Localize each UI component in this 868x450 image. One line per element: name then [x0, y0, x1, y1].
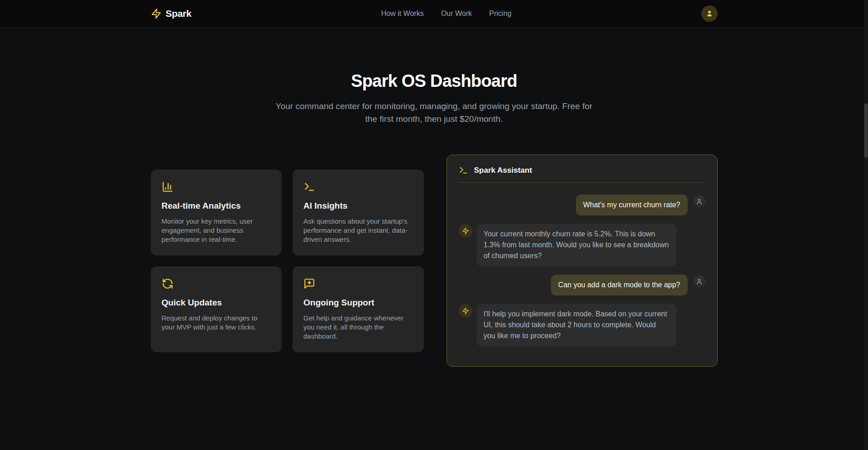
user-message-row: What's my current churn rate? — [459, 195, 705, 215]
assistant-message-bubble: Your current monthly churn rate is 5.2%.… — [476, 224, 676, 266]
assistant-message-row: I'll help you implement dark mode. Based… — [459, 304, 705, 346]
feature-title: Ongoing Support — [303, 298, 413, 308]
bar-chart-icon — [162, 181, 271, 193]
spark-avatar — [459, 224, 472, 238]
user-icon — [705, 10, 714, 18]
message-plus-icon — [303, 278, 413, 290]
terminal-icon — [459, 165, 468, 175]
main-nav: How it Works Our Work Pricing — [381, 10, 511, 18]
page-title: Spark OS Dashboard — [0, 71, 868, 91]
hero-section: Spark OS Dashboard Your command center f… — [0, 28, 868, 125]
feature-description: Monitor your key metrics, user engagemen… — [162, 217, 271, 244]
feature-title: Real-time Analytics — [162, 201, 271, 211]
refresh-icon — [162, 278, 271, 290]
terminal-icon — [303, 181, 413, 193]
message-list: What's my current churn rate? Your curre… — [459, 183, 705, 346]
assistant-message-bubble: I'll help you implement dark mode. Based… — [476, 304, 676, 346]
scrollbar-thumb[interactable] — [864, 103, 868, 158]
scrollbar-track — [864, 0, 868, 450]
user-message-row: Can you add a dark mode to the app? — [459, 275, 705, 295]
feature-card-ongoing-support: Ongoing Support Get help and guidance wh… — [293, 266, 424, 352]
feature-description: Get help and guidance whenever you need … — [303, 314, 413, 341]
main-content: Real-time Analytics Monitor your key met… — [151, 155, 718, 367]
user-avatar — [694, 195, 705, 207]
user-avatar — [694, 275, 705, 287]
user-message-bubble: What's my current churn rate? — [576, 195, 688, 215]
feature-description: Ask questions about your startup's perfo… — [303, 217, 413, 244]
feature-card-quick-updates: Quick Updates Request and deploy changes… — [151, 266, 282, 352]
user-avatar-button[interactable] — [701, 5, 718, 22]
nav-link-how-it-works[interactable]: How it Works — [381, 10, 424, 18]
nav-link-our-work[interactable]: Our Work — [441, 10, 472, 18]
page-subtitle: Your command center for monitoring, mana… — [275, 100, 593, 125]
assistant-title: Spark Assistant — [474, 166, 532, 175]
spark-assistant-panel: Spark Assistant What's my current churn … — [446, 155, 718, 367]
nav-link-pricing[interactable]: Pricing — [489, 10, 511, 18]
assistant-message-row: Your current monthly churn rate is 5.2%.… — [459, 224, 705, 266]
user-message-bubble: Can you add a dark mode to the app? — [551, 275, 688, 295]
feature-description: Request and deploy changes to your MVP w… — [162, 314, 271, 332]
feature-card-realtime-analytics: Real-time Analytics Monitor your key met… — [151, 170, 282, 255]
feature-title: Quick Updates — [162, 298, 271, 308]
assistant-header: Spark Assistant — [459, 165, 705, 183]
feature-grid: Real-time Analytics Monitor your key met… — [151, 170, 424, 352]
feature-card-ai-insights: AI Insights Ask questions about your sta… — [293, 170, 424, 255]
zap-icon — [151, 8, 162, 19]
spark-avatar — [459, 304, 472, 318]
feature-title: AI Insights — [303, 201, 413, 211]
navbar-container: Spark How it Works Our Work Pricing — [144, 5, 725, 22]
brand-name: Spark — [166, 8, 192, 19]
top-navbar: Spark How it Works Our Work Pricing — [0, 0, 868, 28]
brand-logo[interactable]: Spark — [151, 8, 192, 19]
